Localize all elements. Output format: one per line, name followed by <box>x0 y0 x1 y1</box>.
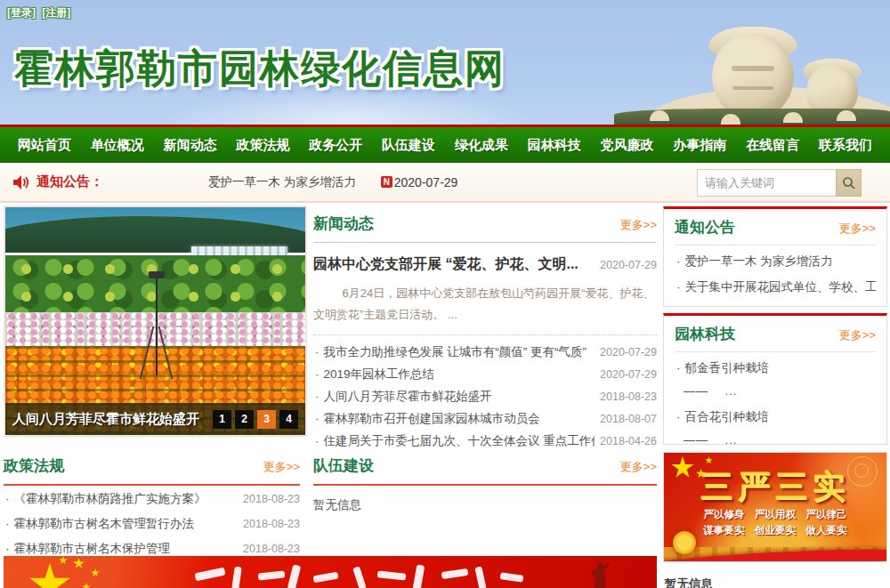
policy-more-link[interactable]: 更多>> <box>263 459 300 475</box>
tech-box: 园林科技 更多>> 郁金香引种栽培 —— ... 百合花引种栽培 —— ... <box>663 313 887 445</box>
nav-item-policy[interactable]: 政策法规 <box>231 137 295 154</box>
calligraphy-stroke <box>352 566 367 588</box>
nav-item-greening[interactable]: 绿化成果 <box>449 137 514 154</box>
sanyan-line1: 严以修身 严以用权 严以律己 <box>664 508 886 521</box>
calligraphy-stroke <box>194 568 225 582</box>
tech-box-header: 园林科技 更多>> <box>675 324 876 352</box>
nav-item-home[interactable]: 网站首页 <box>12 137 77 154</box>
tech-box-item-sub: —— ... <box>675 427 876 450</box>
nav-item-party[interactable]: 党风廉政 <box>595 137 659 154</box>
calligraphy-stroke <box>441 568 469 579</box>
team-header: 队伍建设 更多>> <box>313 455 657 486</box>
notice-bar: 通知公告： 爱护一草一木 为家乡增活力 N 2020-07-29 <box>0 163 890 203</box>
policy-list-item: 霍林郭勒市古树名木管理暂行办法 2018-08-23 <box>4 511 300 536</box>
register-link[interactable]: [注册] <box>42 6 70 19</box>
news-item-link[interactable]: 霍林郭勒市召开创建国家园林城市动员会 <box>313 411 595 427</box>
notice-link[interactable]: 爱护一草一木 为家乡增活力 <box>208 174 356 190</box>
tech-box-item-sub: —— ... <box>675 378 876 401</box>
slider-photo <box>5 207 305 435</box>
news-item-link[interactable]: 我市全力助推绿色发展 让城市有“颜值” 更有“气质” <box>313 344 595 360</box>
news-section: 新闻动态 更多>> 园林中心党支部开展 “爱花、护花、文明... 2020-07… <box>313 213 657 452</box>
slider-caption[interactable]: 人间八月芳菲尽霍市鲜花始盛开 <box>12 411 213 428</box>
star-icon <box>705 456 713 464</box>
tech-box-more-link[interactable]: 更多>> <box>839 327 876 343</box>
featured-date: 2020-07-29 <box>600 259 657 271</box>
notice-box-item[interactable]: 关于集中开展花园式单位、学校、工厂... <box>675 271 876 297</box>
notice-box-header: 通知公告 更多>> <box>675 217 876 246</box>
nav-item-message[interactable]: 在线留言 <box>740 137 805 154</box>
notice-box-title: 通知公告 <box>675 217 735 238</box>
policy-item-link[interactable]: 霍林郭勒市古树名木保护管理 <box>4 541 243 557</box>
sanyan-banner[interactable]: 三严三实 严以修身 严以用权 严以律己 谋事要实 创业要实 做人要实 <box>663 452 887 562</box>
news-item-link[interactable]: 2019年园林工作总结 <box>313 366 595 383</box>
tech-box-title: 园林科技 <box>675 324 735 344</box>
news-item-link[interactable]: 人间八月芳菲尽霍市鲜花始盛开 <box>313 389 595 405</box>
calligraphy-stroke <box>474 566 486 588</box>
policy-item-link[interactable]: 霍林郭勒市古树名木管理暂行办法 <box>4 516 243 532</box>
notice-box-item[interactable]: 爱护一草一木 为家乡增活力 <box>675 246 876 271</box>
pager-4[interactable]: 4 <box>279 410 298 429</box>
login-link[interactable]: [登录] <box>7 6 36 19</box>
search-button[interactable] <box>836 169 862 197</box>
policy-list-item: 《霍林郭勒市林荫路推广实施方案》 2018-08-23 <box>4 487 300 511</box>
auth-links: [登录] [注册] <box>7 5 74 20</box>
tech-box-item[interactable]: 郁金香引种栽培 <box>675 352 876 378</box>
party-emblem-icon <box>673 531 696 554</box>
team-more-link[interactable]: 更多>> <box>620 459 657 475</box>
notice-box: 通知公告 更多>> 爱护一草一木 为家乡增活力 关于集中开展花园式单位、学校、工… <box>663 206 887 307</box>
search-icon <box>842 176 856 190</box>
notice-label: 通知公告： <box>36 173 103 190</box>
nav-item-guide[interactable]: 办事指南 <box>668 137 732 154</box>
news-item-date: 2018-08-23 <box>600 391 657 403</box>
speaker-icon <box>12 174 29 190</box>
pager-2[interactable]: 2 <box>235 410 254 429</box>
nav-item-news[interactable]: 新闻动态 <box>158 137 222 154</box>
calligraphy-stroke <box>287 564 302 588</box>
news-more-link[interactable]: 更多>> <box>620 217 657 233</box>
featured-summary: 6月24日，园林中心党支部在敖包山芍药园开展“爱花、护花、文明赏花”主题党日活动… <box>313 283 657 326</box>
nav-item-gov-affairs[interactable]: 政务公开 <box>303 137 368 154</box>
site-title: 霍林郭勒市园林绿化信息网 <box>14 43 506 95</box>
news-title: 新闻动态 <box>313 213 374 234</box>
bottom-banner[interactable] <box>4 556 657 588</box>
calligraphy-stroke <box>500 572 524 583</box>
search-input[interactable] <box>697 169 836 197</box>
photo-weather-station <box>156 271 158 376</box>
policy-header: 政策法规 更多>> <box>4 455 300 486</box>
pager-1[interactable]: 1 <box>213 410 231 429</box>
news-list: 我市全力助推绿色发展 让城市有“颜值” 更有“气质” 2020-07-29 20… <box>313 334 657 452</box>
star-icon <box>73 558 85 569</box>
news-list-item: 我市全力助推绿色发展 让城市有“颜值” 更有“气质” 2020-07-29 <box>313 341 657 363</box>
nav-item-contact[interactable]: 联系我们 <box>813 137 878 154</box>
tech-box-item[interactable]: 百合花引种栽培 <box>675 401 876 427</box>
nav-item-tech[interactable]: 园林科技 <box>522 137 587 154</box>
news-list-item: 2019年园林工作总结 2020-07-29 <box>313 363 657 385</box>
news-item-date: 2018-08-07 <box>600 413 657 425</box>
star-icon <box>91 568 100 577</box>
featured-title[interactable]: 园林中心党支部开展 “爱花、护花、文明... <box>313 255 593 274</box>
calligraphy-stroke <box>413 564 425 588</box>
policy-item-link[interactable]: 《霍林郭勒市林荫路推广实施方案》 <box>4 491 243 507</box>
photo-slider[interactable]: 人间八月芳菲尽霍市鲜花始盛开 1 2 3 4 <box>4 205 307 437</box>
news-item-date: 2020-07-29 <box>600 368 657 381</box>
notice-box-more-link[interactable]: 更多>> <box>839 221 876 237</box>
news-item-date: 2020-07-29 <box>600 346 657 358</box>
news-item-date: 2018-04-26 <box>600 435 657 447</box>
news-item-link[interactable]: 住建局关于市委七届九次、十次全体会议 重点工作任... <box>313 433 595 449</box>
notice-date: 2020-07-29 <box>394 175 458 189</box>
site-header: [登录] [注册] 霍林郭勒市园林绿化信息网 <box>0 0 890 125</box>
policy-item-date: 2018-08-23 <box>243 543 300 555</box>
team-section: 队伍建设 更多>> 暂无信息 <box>313 455 657 513</box>
search-box <box>697 169 862 197</box>
pager-3-active[interactable]: 3 <box>257 410 276 429</box>
nav-item-team[interactable]: 队伍建设 <box>376 137 441 154</box>
statue-face-detail <box>732 66 774 71</box>
nav-item-about[interactable]: 单位概况 <box>85 137 150 154</box>
star-icon <box>28 563 71 588</box>
sanyan-title: 三严三实 <box>664 465 886 509</box>
main-nav: 网站首页 单位概况 新闻动态 政策法规 政务公开 队伍建设 绿化成果 园林科技 … <box>0 125 890 163</box>
policy-section: 政策法规 更多>> 《霍林郭勒市林荫路推广实施方案》 2018-08-23 霍林… <box>4 455 300 560</box>
sanyan-line2: 谋事要实 创业要实 做人要实 <box>664 524 886 537</box>
slider-caption-bar: 人间八月芳菲尽霍市鲜花始盛开 1 2 3 4 <box>5 403 305 435</box>
news-list-item: 住建局关于市委七届九次、十次全体会议 重点工作任... 2018-04-26 <box>313 430 657 452</box>
